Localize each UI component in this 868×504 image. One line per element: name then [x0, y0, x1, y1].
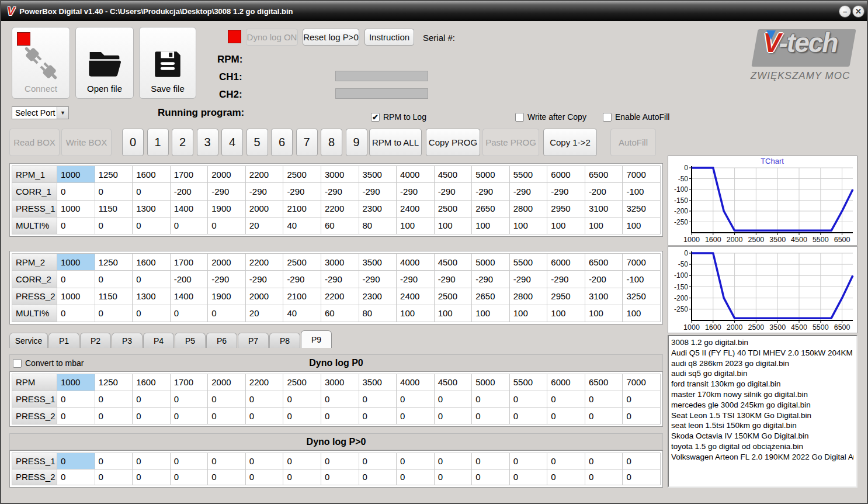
grid-cell-rpm-1-8[interactable]: 3500: [359, 166, 397, 182]
grid-cell-rpm-10[interactable]: 4500: [435, 374, 472, 391]
grid-cell-corr-2-7[interactable]: -290: [321, 271, 359, 287]
grid-cell-corr-2-15[interactable]: -100: [623, 271, 660, 287]
grid-cell-rpm-2-7[interactable]: 3000: [321, 254, 359, 270]
grid-cell-press-1-3[interactable]: 0: [171, 391, 208, 408]
grid-cell-corr-1-11[interactable]: -290: [472, 183, 509, 199]
grid-cell-press-2-3[interactable]: 1400: [171, 288, 208, 305]
grid-cell-press-2-15[interactable]: 0: [623, 408, 660, 424]
grid-cell-corr-1-2[interactable]: 0: [133, 183, 170, 199]
grid-cell-multi-10[interactable]: 100: [435, 218, 472, 234]
grid-cell-rpm-2-0[interactable]: 1000: [57, 254, 95, 270]
tab-service[interactable]: Service: [9, 333, 48, 348]
grid-cell-multi-8[interactable]: 80: [359, 305, 397, 322]
grid-cell-press-1-12[interactable]: 2800: [510, 201, 547, 217]
grid-cell-rpm-1-3[interactable]: 1700: [171, 166, 208, 182]
write-box-button[interactable]: Write BOX: [61, 129, 112, 156]
grid-cell-press-1-6[interactable]: 0: [283, 391, 321, 408]
grid-cell-rpm-1-5[interactable]: 2200: [246, 166, 283, 182]
grid-cell-press-2-7[interactable]: 2200: [321, 288, 359, 305]
grid-cell-press-1-5[interactable]: 0: [246, 453, 283, 469]
grid-cell-press-1-10[interactable]: 2500: [435, 201, 472, 217]
grid-cell-press-1-1[interactable]: 0: [95, 391, 133, 408]
grid-cell-rpm-11[interactable]: 5000: [472, 374, 509, 391]
grid-cell-rpm-2[interactable]: 1600: [133, 374, 170, 391]
grid-cell-rpm-2-10[interactable]: 4500: [435, 254, 472, 270]
grid-cell-press-1-9[interactable]: 0: [397, 453, 434, 469]
grid-cell-press-2-14[interactable]: 0: [585, 470, 623, 485]
grid-cell-press-1-0[interactable]: 0: [57, 453, 95, 469]
grid-cell-corr-2-13[interactable]: -290: [547, 271, 585, 287]
grid-cell-rpm-1-6[interactable]: 2500: [283, 166, 321, 182]
grid-cell-rpm-1-10[interactable]: 4500: [435, 166, 472, 182]
grid-cell-press-2-1[interactable]: 0: [95, 408, 133, 424]
file-list-item-toyota-1-5-go-digital-od-obci-enia-bin[interactable]: toyota 1.5 go digital od obciążenia.bin: [671, 441, 854, 452]
grid-cell-corr-2-8[interactable]: -290: [359, 271, 397, 287]
grid-cell-multi-2[interactable]: 0: [133, 218, 170, 234]
tab-p1[interactable]: P1: [48, 333, 79, 348]
copy-prog-button[interactable]: Copy PROG: [426, 129, 480, 156]
grid-cell-rpm-7[interactable]: 3000: [321, 374, 359, 391]
grid-cell-multi-14[interactable]: 100: [585, 218, 623, 234]
tab-p2[interactable]: P2: [80, 333, 111, 348]
grid-cell-press-2-13[interactable]: 2950: [547, 288, 585, 305]
paste-prog-button[interactable]: Paste PROG: [482, 129, 539, 156]
grid-cell-rpm-5[interactable]: 2200: [246, 374, 283, 391]
file-list-item-seat-leon-1-5-tsi-130km-go-digital-bin[interactable]: Seat Leon 1.5 TSI 130KM Go Digital.bin: [671, 410, 854, 421]
tab-p3[interactable]: P3: [112, 333, 143, 348]
grid-cell-press-2-0[interactable]: 0: [57, 408, 95, 424]
grid-cell-press-2-8[interactable]: 2300: [359, 288, 397, 305]
grid-cell-press-2-11[interactable]: 0: [472, 470, 509, 485]
grid-cell-corr-2-1[interactable]: 0: [95, 271, 133, 287]
grid-cell-corr-1-5[interactable]: -290: [246, 183, 283, 199]
program-button-8[interactable]: 8: [321, 129, 342, 156]
open-file-button[interactable]: Open file: [75, 27, 134, 99]
grid-cell-press-1-7[interactable]: 2200: [321, 201, 359, 217]
grid-cell-press-1-8[interactable]: 0: [359, 453, 397, 469]
grid-cell-rpm-2-8[interactable]: 3500: [359, 254, 397, 270]
program-button-6[interactable]: 6: [271, 129, 293, 156]
grid-cell-rpm-0[interactable]: 1000: [57, 374, 95, 391]
tab-p5[interactable]: P5: [175, 333, 206, 348]
grid-cell-press-2-10[interactable]: 2500: [435, 288, 472, 305]
grid-cell-press-2-5[interactable]: 0: [246, 470, 283, 485]
grid-cell-press-1-5[interactable]: 2000: [246, 201, 283, 217]
grid-cell-multi-4[interactable]: 0: [208, 305, 245, 322]
grid-cell-rpm-2-15[interactable]: 7000: [623, 254, 660, 270]
grid-cell-rpm-4[interactable]: 2000: [208, 374, 245, 391]
grid-cell-press-2-9[interactable]: 0: [397, 408, 434, 424]
copy-1-to-2-button[interactable]: Copy 1->2: [543, 129, 597, 156]
grid-cell-press-1-2[interactable]: 1300: [133, 201, 170, 217]
grid-cell-press-1-11[interactable]: 2650: [472, 201, 509, 217]
grid-cell-press-2-6[interactable]: 2100: [283, 288, 321, 305]
grid-cell-rpm-1-0[interactable]: 1000: [57, 166, 95, 182]
grid-cell-rpm-1-14[interactable]: 6500: [585, 166, 623, 182]
grid-cell-press-1-12[interactable]: 0: [510, 453, 547, 469]
grid-cell-rpm-2-9[interactable]: 4000: [397, 254, 434, 270]
grid-cell-press-2-5[interactable]: 0: [246, 408, 283, 424]
grid-cell-multi-15[interactable]: 100: [623, 218, 660, 234]
write-after-copy-checkbox[interactable]: Write after Copy: [515, 112, 586, 122]
grid-cell-press-1-15[interactable]: 0: [623, 391, 660, 408]
grid-cell-multi-13[interactable]: 100: [547, 218, 585, 234]
grid-cell-press-1-6[interactable]: 2100: [283, 201, 321, 217]
grid-cell-press-2-12[interactable]: 2800: [510, 288, 547, 305]
grid-cell-multi-5[interactable]: 20: [246, 218, 283, 234]
grid-cell-rpm-2-5[interactable]: 2200: [246, 254, 283, 270]
grid-cell-multi-3[interactable]: 0: [171, 305, 208, 322]
file-list-item-volkswagen-arteon-fl-2-0-190km-2022-go-digital-au[interactable]: Volkswagen Arteon FL 2.0 190KM 2022 Go D…: [671, 452, 854, 462]
grid-cell-press-2-2[interactable]: 1300: [133, 288, 170, 305]
grid-cell-corr-1-4[interactable]: -290: [208, 183, 245, 199]
grid-cell-corr-1-1[interactable]: 0: [95, 183, 133, 199]
grid-cell-press-2-4[interactable]: 0: [208, 408, 245, 424]
grid-cell-corr-2-10[interactable]: -290: [435, 271, 472, 287]
grid-cell-press-2-7[interactable]: 0: [321, 470, 359, 485]
grid-cell-multi-11[interactable]: 100: [472, 218, 509, 234]
grid-cell-rpm-6[interactable]: 2500: [283, 374, 321, 391]
grid-cell-rpm-2-6[interactable]: 2500: [283, 254, 321, 270]
grid-cell-press-2-14[interactable]: 0: [585, 408, 623, 424]
grid-cell-multi-14[interactable]: 100: [585, 305, 623, 322]
grid-cell-press-1-10[interactable]: 0: [435, 453, 472, 469]
program-button-0[interactable]: 0: [122, 129, 144, 156]
grid-cell-press-1-14[interactable]: 3100: [585, 201, 623, 217]
grid-cell-press-2-2[interactable]: 0: [133, 408, 170, 424]
